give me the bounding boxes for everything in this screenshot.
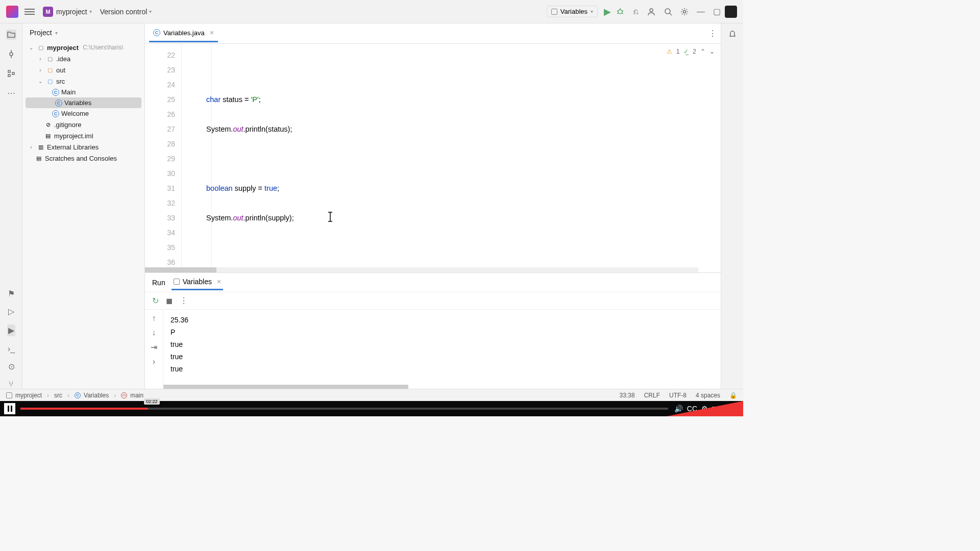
more-actions-icon[interactable]: ⋮: [180, 296, 188, 306]
structure-tool-icon[interactable]: [6, 68, 16, 79]
tree-file-gitignore[interactable]: ⊘ .gitignore: [22, 119, 144, 130]
pause-button[interactable]: [4, 403, 15, 414]
up-arrow-icon[interactable]: ↑: [152, 314, 156, 323]
video-media-bar: 02:22 🔊 CC ⚙ ⧉ ▭ ⛶: [0, 401, 743, 416]
tree-folder-out[interactable]: › ▢ out: [22, 64, 144, 76]
code-editor[interactable]: ⚠1 ✓̲2 ⌃ ⌄ 22 23 24 25 26 27 28 29 30 31…: [145, 44, 721, 267]
maximize-icon[interactable]: ▢: [713, 7, 721, 16]
down-arrow-icon[interactable]: ↓: [152, 328, 156, 337]
line-number: 36: [145, 255, 175, 267]
bookmarks-icon[interactable]: ⚑: [8, 289, 15, 298]
minimize-icon[interactable]: —: [697, 7, 705, 16]
rerun-button[interactable]: ↻: [152, 296, 159, 306]
chevron-down-icon: ▾: [149, 9, 152, 14]
tree-folder-idea[interactable]: › ▢ .idea: [22, 53, 144, 64]
folder-icon: ▢: [46, 66, 54, 74]
source-folder-icon: ▢: [46, 77, 54, 85]
encoding[interactable]: UTF-8: [669, 392, 687, 399]
run-button[interactable]: ▶: [604, 6, 611, 17]
wrap-icon[interactable]: ⇥: [151, 342, 157, 352]
code-content[interactable]: char status = 'P'; System.out.println(st…: [182, 44, 721, 267]
tab-menu-icon[interactable]: ⋮: [708, 29, 717, 38]
run-window-icon[interactable]: ▶: [7, 324, 15, 336]
library-icon: ▥: [37, 143, 45, 151]
run-tab[interactable]: Variables ×: [172, 274, 224, 290]
tree-folder-src[interactable]: ⌄ ▢ src: [22, 76, 144, 87]
line-number: 30: [145, 166, 175, 181]
expand-arrow-icon[interactable]: ›: [37, 67, 44, 73]
editor-scrollbar[interactable]: [145, 267, 698, 272]
line-number: 23: [145, 63, 175, 78]
expand-icon[interactable]: ›: [153, 357, 155, 366]
editor-tab[interactable]: C Variables.java ×: [149, 24, 218, 42]
tree-label: Variables: [64, 99, 91, 107]
chevron-down-icon: ▾: [55, 30, 58, 36]
git-icon[interactable]: ⑂: [9, 380, 14, 389]
svg-point-9: [683, 10, 686, 13]
expand-arrow-icon[interactable]: ⌄: [37, 79, 44, 84]
more-tool-icon[interactable]: ⋯: [6, 88, 16, 98]
run-side-toolbar: ↑ ↓ ⇥ ›: [145, 310, 163, 385]
svg-line-5: [622, 13, 623, 14]
caret-position[interactable]: 33:38: [620, 392, 635, 399]
svg-point-0: [618, 10, 622, 14]
close-icon[interactable]: ×: [210, 29, 214, 37]
chevron-down-icon: ▾: [89, 9, 92, 14]
tree-label: .idea: [56, 55, 70, 63]
expand-arrow-icon[interactable]: ›: [28, 144, 35, 150]
vcs-icon[interactable]: ⎌: [633, 7, 639, 16]
commit-tool-icon[interactable]: [6, 49, 16, 59]
tree-file-main[interactable]: C Main: [22, 87, 144, 97]
tree-external-libs[interactable]: › ▥ External Libraries: [22, 141, 144, 153]
search-icon[interactable]: [664, 8, 672, 16]
tree-file-welcome[interactable]: C Welcome: [22, 108, 144, 119]
run-tool-icon[interactable]: ▷: [8, 307, 14, 316]
tree-label: src: [56, 78, 65, 85]
main-menu-button[interactable]: [24, 7, 35, 16]
project-panel-header[interactable]: Project ▾: [22, 23, 144, 42]
indent-label[interactable]: 4 spaces: [696, 392, 720, 399]
line-number: 24: [145, 78, 175, 92]
console-output[interactable]: 25.36 P true true true: [163, 310, 721, 385]
tree-scratches[interactable]: ▤ Scratches and Consoles: [22, 153, 144, 164]
expand-arrow-icon[interactable]: ⌄: [28, 45, 35, 51]
stop-button[interactable]: ◼: [166, 296, 173, 306]
line-number: 22: [145, 48, 175, 63]
tree-label: .gitignore: [54, 121, 81, 129]
project-name-label[interactable]: myproject: [56, 8, 87, 16]
notification-badge[interactable]: [725, 6, 737, 18]
config-icon: [174, 279, 180, 285]
debug-button[interactable]: [616, 8, 624, 16]
project-panel-title: Project: [30, 29, 52, 37]
svg-rect-15: [12, 72, 14, 74]
tree-file-iml[interactable]: ▤ myproject.iml: [22, 130, 144, 141]
crumb-item[interactable]: main: [130, 392, 143, 399]
crumb-item[interactable]: myproject: [15, 392, 42, 399]
terminal-icon[interactable]: ›_: [8, 344, 15, 354]
breadcrumb[interactable]: myproject › src › C Variables › m main: [6, 392, 143, 399]
code-with-me-icon[interactable]: [647, 7, 656, 16]
expand-arrow-icon[interactable]: ›: [37, 56, 44, 62]
console-line: P: [170, 326, 714, 338]
notifications-icon[interactable]: [728, 30, 737, 38]
editor-area: C Variables.java × ⋮ ⚠1 ✓̲2 ⌃ ⌄ 22 23 24…: [145, 23, 721, 390]
problems-icon[interactable]: ⊙: [8, 362, 15, 371]
editor-tabs: C Variables.java × ⋮: [145, 23, 721, 44]
line-gutter: 22 23 24 25 26 27 28 29 30 31 32 33 34 3…: [145, 44, 182, 267]
settings-icon[interactable]: [680, 8, 689, 16]
run-config-selector[interactable]: Variables ▾: [547, 6, 598, 17]
text-cursor-icon: [326, 211, 334, 222]
seek-bar[interactable]: 02:22: [20, 408, 668, 410]
tree-file-variables[interactable]: C Variables: [26, 97, 141, 108]
vcs-label[interactable]: Version control: [100, 8, 148, 16]
module-icon: ▤: [44, 132, 52, 140]
readonly-icon[interactable]: 🔒: [729, 392, 737, 399]
close-icon[interactable]: ×: [217, 278, 221, 286]
line-ending[interactable]: CRLF: [644, 392, 660, 399]
project-badge: M: [43, 7, 53, 17]
tree-label: myproject.iml: [54, 132, 93, 140]
crumb-item[interactable]: src: [54, 392, 62, 399]
project-tool-icon[interactable]: [6, 30, 16, 40]
crumb-item[interactable]: Variables: [84, 392, 109, 399]
project-root[interactable]: ⌄ ▢ myproject C:\Users\haris\: [22, 42, 144, 53]
